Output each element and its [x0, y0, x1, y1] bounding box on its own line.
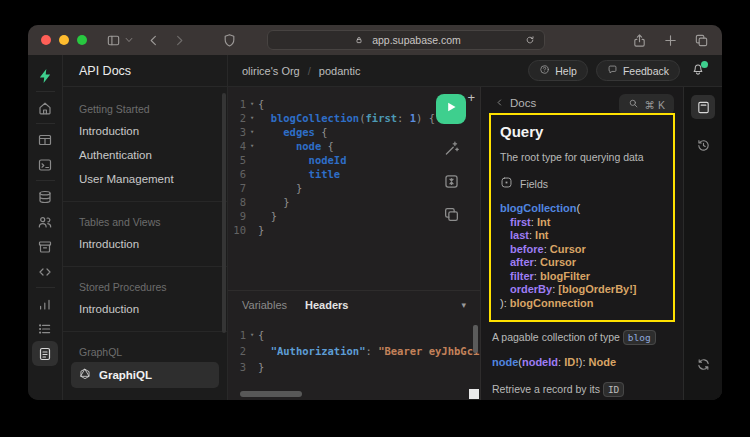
- breadcrumb-separator: /: [308, 65, 311, 77]
- fields-icon: [500, 176, 513, 191]
- rail-storage-icon[interactable]: [32, 234, 58, 259]
- headers-editor[interactable]: 1▾{2 "Authorization": "Bearer eyJhbGci3}: [228, 319, 480, 400]
- rail-auth-icon[interactable]: [32, 209, 58, 234]
- doc-signature-line[interactable]: orderBy: [blogOrderBy!]: [500, 283, 664, 297]
- sidebar-toggle-icon[interactable]: [105, 32, 121, 48]
- sidebar-item-user-management[interactable]: User Management: [79, 167, 211, 191]
- rail-api-docs-icon[interactable]: [32, 341, 58, 366]
- forward-icon[interactable]: [171, 32, 187, 48]
- lock-icon: [351, 32, 367, 48]
- sidebar-section-heading: Getting Started: [79, 103, 211, 115]
- prettify-button[interactable]: [443, 140, 460, 157]
- blog-type-chip[interactable]: blog: [623, 330, 656, 345]
- back-icon[interactable]: [145, 32, 161, 48]
- sidebar-item-introduction[interactable]: Introduction: [79, 232, 211, 256]
- notification-dot: [701, 61, 708, 68]
- collapse-editor-icon[interactable]: ▾: [461, 300, 466, 310]
- zoom-window-button[interactable]: [77, 35, 87, 45]
- secondary-editor: VariablesHeaders▾ 1▾{2 "Authorization": …: [228, 290, 480, 400]
- api-docs-sidebar: API Docs Getting StartedIntroductionAuth…: [63, 55, 228, 400]
- tab-headers[interactable]: Headers: [305, 299, 348, 311]
- docs-plugin-button[interactable]: [691, 95, 715, 119]
- id-type-chip[interactable]: ID: [603, 382, 624, 397]
- rail-reports-icon[interactable]: [32, 291, 58, 316]
- rail-database-icon[interactable]: [32, 184, 58, 209]
- docs-panel: Docs ⌘ K Query The root type for queryin…: [480, 87, 683, 400]
- copy-query-button[interactable]: [443, 206, 460, 223]
- collection-description: A pagable collection of type blog: [492, 331, 672, 343]
- help-icon: [539, 64, 550, 77]
- feedback-button[interactable]: Feedback: [596, 60, 680, 81]
- headers-code-line[interactable]: 3}: [228, 359, 480, 375]
- merge-fragments-button[interactable]: [443, 173, 460, 190]
- notifications-button[interactable]: [688, 62, 708, 80]
- sidebar-item-introduction[interactable]: Introduction: [79, 119, 211, 143]
- help-button[interactable]: Help: [528, 60, 588, 81]
- sidebar-item-graphiql[interactable]: GraphiQL: [71, 362, 219, 388]
- minimize-window-button[interactable]: [59, 35, 69, 45]
- doc-signature-line[interactable]: ): blogConnection: [500, 297, 664, 311]
- rail-sql-editor-icon[interactable]: [32, 152, 58, 177]
- sidebar-item-authentication[interactable]: Authentication: [79, 143, 211, 167]
- sidebar-item-introduction[interactable]: Introduction: [79, 297, 211, 321]
- chevron-left-icon: [495, 97, 504, 109]
- doc-signature-line[interactable]: after: Cursor: [500, 256, 664, 270]
- breadcrumb-org[interactable]: olirice's Org: [242, 65, 300, 77]
- horizontal-scrollbar[interactable]: [240, 391, 302, 397]
- breadcrumb-project[interactable]: podantic: [319, 65, 361, 77]
- scrollbar-corner: [469, 389, 479, 399]
- doc-signature-line[interactable]: filter: blogFilter: [500, 270, 664, 284]
- headers-code-line[interactable]: 2 "Authorization": "Bearer eyJhbGci: [228, 343, 480, 359]
- sidebar-section-heading: GraphQL: [79, 346, 211, 358]
- doc-signature-line[interactable]: before: Cursor: [500, 243, 664, 257]
- graphiql-editor-pane: 1▾{2▾ blogCollection(first: 1) {3▾ edges…: [228, 87, 480, 400]
- tab-variables[interactable]: Variables: [242, 299, 287, 311]
- sidebar-divider: [63, 266, 227, 267]
- rail-divider: [36, 287, 55, 288]
- chevron-down-icon[interactable]: [121, 32, 137, 48]
- tab-overview-icon[interactable]: [693, 32, 709, 48]
- graphql-icon: [79, 368, 91, 382]
- rail-edge-functions-icon[interactable]: [32, 259, 58, 284]
- project-header: olirice's Org / podantic Help Feedback: [228, 55, 722, 87]
- query-code-line[interactable]: 10}: [228, 223, 480, 237]
- refetch-schema-button[interactable]: [691, 352, 715, 376]
- add-tab-icon[interactable]: +: [467, 90, 475, 105]
- query-editor[interactable]: 1▾{2▾ blogCollection(first: 1) {3▾ edges…: [228, 87, 480, 290]
- doc-type-title: Query: [500, 123, 664, 140]
- address-bar[interactable]: app.supabase.com: [267, 30, 545, 50]
- doc-signature-line[interactable]: last: Int: [500, 229, 664, 243]
- browser-chrome: app.supabase.com: [28, 25, 722, 55]
- search-icon: [628, 98, 639, 111]
- sidebar-divider: [63, 331, 227, 332]
- node-description: Retrieve a record by its ID: [492, 383, 672, 395]
- graphiql-plugin-rail: [683, 87, 722, 400]
- url-text: app.supabase.com: [372, 34, 461, 46]
- doc-signature-line[interactable]: blogCollection(: [500, 202, 664, 216]
- rail-logs-icon[interactable]: [32, 316, 58, 341]
- docs-search-button[interactable]: ⌘ K: [619, 94, 674, 115]
- reload-icon[interactable]: [522, 32, 538, 48]
- share-icon[interactable]: [631, 32, 647, 48]
- execute-query-button[interactable]: [436, 94, 466, 124]
- node-field-signature[interactable]: node(nodeId: ID!): Node: [492, 356, 672, 370]
- rail-home-icon[interactable]: [32, 95, 58, 120]
- doc-signature-line[interactable]: first: Int: [500, 216, 664, 230]
- app-icon-rail: [28, 55, 63, 400]
- rail-supabase-logo[interactable]: [32, 63, 58, 88]
- history-plugin-button[interactable]: [691, 133, 715, 157]
- new-tab-icon[interactable]: [662, 32, 678, 48]
- headers-code-line[interactable]: 1▾{: [228, 327, 480, 343]
- shield-icon[interactable]: [221, 32, 237, 48]
- doc-type-description: The root type for querying data: [500, 151, 664, 163]
- rail-table-editor-icon[interactable]: [32, 127, 58, 152]
- rail-divider: [36, 180, 55, 181]
- sidebar-section-heading: Stored Procedures: [79, 281, 211, 293]
- vertical-scrollbar[interactable]: [473, 325, 478, 353]
- sidebar-scrollbar[interactable]: [222, 93, 226, 333]
- highlight-box: Query The root type for querying data Fi…: [489, 113, 675, 322]
- sidebar-section-heading: Tables and Views: [79, 216, 211, 228]
- close-window-button[interactable]: [41, 35, 51, 45]
- sidebar-title: API Docs: [63, 55, 227, 87]
- feedback-icon: [607, 64, 618, 77]
